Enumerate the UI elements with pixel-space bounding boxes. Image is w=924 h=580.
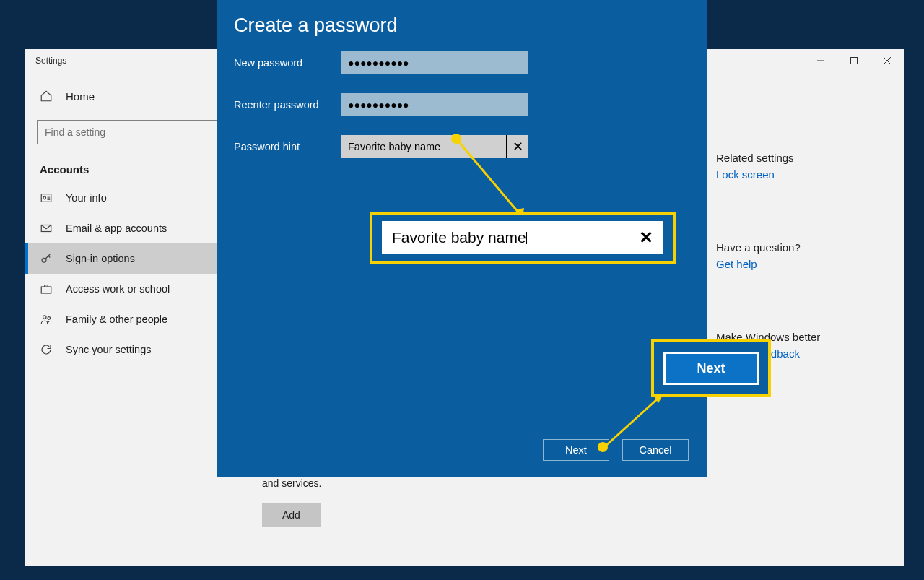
window-title: Settings xyxy=(35,56,66,66)
sidebar-item-label: Your info xyxy=(66,192,107,204)
annotation-next-text: Next xyxy=(663,352,759,385)
sidebar-item-label: Sync your settings xyxy=(66,344,151,355)
sidebar-item-label: Sign-in options xyxy=(66,253,135,264)
related-settings-heading: Related settings xyxy=(716,152,889,164)
new-password-row: New password xyxy=(234,51,690,74)
text-caret xyxy=(526,232,527,244)
sidebar-home-label: Home xyxy=(66,90,95,103)
annotation-hint-text: Favorite baby name xyxy=(392,229,526,246)
maximize-button[interactable] xyxy=(837,49,871,72)
annotation-next-zoom: Next xyxy=(651,339,771,397)
user-icon xyxy=(40,191,53,204)
reenter-password-row: Reenter password xyxy=(234,93,690,116)
sidebar-item-label: Email & app accounts xyxy=(66,222,167,234)
mail-icon xyxy=(40,222,53,235)
dialog-buttons: Next Cancel xyxy=(543,439,689,461)
search-input[interactable] xyxy=(37,120,245,144)
new-password-input[interactable] xyxy=(341,51,528,74)
dialog-title: Create a password xyxy=(234,14,690,37)
svg-rect-1 xyxy=(851,58,858,64)
window-controls xyxy=(804,49,904,72)
minimize-button[interactable] xyxy=(804,49,837,72)
password-hint-input[interactable] xyxy=(341,135,507,158)
svg-point-5 xyxy=(43,196,46,199)
key-icon xyxy=(40,252,53,265)
lock-screen-link[interactable]: Lock screen xyxy=(716,168,889,181)
home-icon xyxy=(40,90,53,103)
right-rail: Related settings Lock screen Have a ques… xyxy=(716,72,904,566)
close-icon: ✕ xyxy=(639,228,653,248)
svg-rect-11 xyxy=(41,287,51,293)
briefcase-icon xyxy=(40,282,53,295)
reenter-password-label: Reenter password xyxy=(234,99,328,111)
cancel-button[interactable]: Cancel xyxy=(622,439,689,461)
password-hint-label: Password hint xyxy=(234,141,328,152)
get-help-link[interactable]: Get help xyxy=(716,258,889,270)
svg-point-13 xyxy=(48,317,51,320)
question-heading: Have a question? xyxy=(716,241,889,254)
annotation-dot xyxy=(598,442,608,452)
sidebar-item-label: Access work or school xyxy=(66,283,170,295)
svg-point-10 xyxy=(42,258,46,262)
svg-point-12 xyxy=(43,316,47,319)
close-button[interactable] xyxy=(871,49,904,72)
new-password-label: New password xyxy=(234,57,328,69)
reenter-password-input[interactable] xyxy=(341,93,528,116)
password-hint-row: Password hint ✕ xyxy=(234,135,690,158)
sidebar-item-label: Family & other people xyxy=(66,313,167,325)
people-icon xyxy=(40,313,53,326)
clear-hint-button[interactable]: ✕ xyxy=(507,136,528,157)
sync-icon xyxy=(40,343,53,356)
add-pin-button[interactable]: Add xyxy=(262,503,321,527)
annotation-hint-zoom: Favorite baby name ✕ xyxy=(370,212,676,264)
annotation-dot xyxy=(451,134,461,144)
sidebar-search xyxy=(37,120,245,144)
